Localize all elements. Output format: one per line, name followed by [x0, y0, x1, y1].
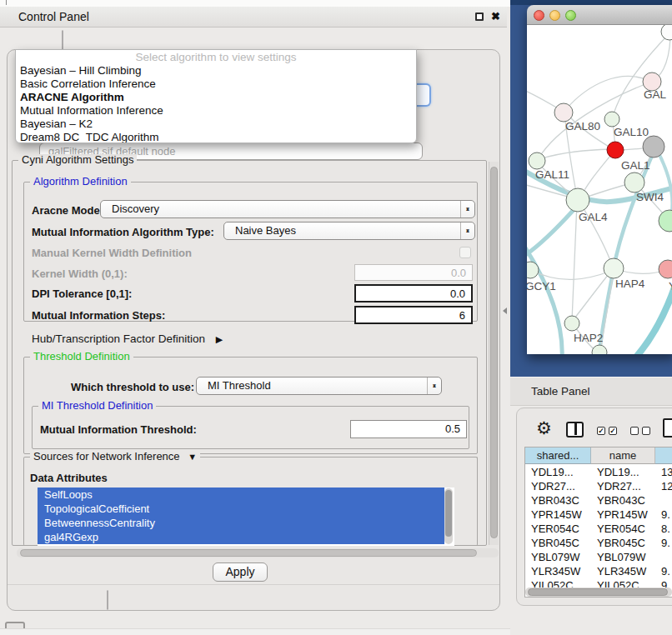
unchecked-box-icon[interactable] [642, 427, 650, 435]
checked-box-icon[interactable]: ✓ [609, 427, 617, 435]
close-icon[interactable]: ✖ [491, 10, 500, 22]
settings-vertical-scrollbar-thumb[interactable] [490, 167, 498, 538]
algorithm-option[interactable]: Mutual Information Inference [16, 104, 416, 118]
network-node[interactable] [659, 210, 672, 232]
attributes-scrollbar-thumb[interactable] [445, 490, 452, 537]
table-cell[interactable] [655, 550, 672, 564]
manual-kernel-checkbox[interactable] [459, 247, 471, 258]
columns-icon[interactable] [566, 422, 584, 438]
attribute-item[interactable]: SelfLoops [38, 488, 444, 502]
float-window-icon[interactable] [475, 12, 484, 21]
network-node[interactable] [592, 345, 607, 354]
network-node[interactable] [661, 25, 672, 40]
hub-section-toggle[interactable]: Hub/Transcription Factor Definition ▶ [32, 332, 223, 345]
network-node-gal10[interactable] [604, 112, 619, 127]
table-cell[interactable]: YBR045C [591, 536, 655, 550]
table-cell[interactable]: YPR145W [591, 508, 655, 522]
table-cell[interactable]: YER054C [591, 522, 655, 536]
network-window-titlebar[interactable] [527, 5, 672, 25]
expand-right-icon: ▶ [216, 334, 223, 344]
mi-type-select[interactable]: Naive Bayes ▲▼ [223, 222, 475, 240]
column-header[interactable]: A [655, 448, 672, 464]
kernel-width-input[interactable]: 0.0 [354, 264, 473, 281]
attribute-item[interactable]: BetweennessCentrality [38, 516, 444, 530]
table-cell[interactable]: YER054C [525, 522, 591, 536]
table-cell[interactable]: 13 [655, 465, 672, 479]
node-label: HAP2 [574, 332, 603, 344]
column-header[interactable]: name [591, 448, 655, 464]
network-canvas[interactable]: GALGAL80GAL10GAL1GAL11SWI4GAL4GCY1HAP4YH… [527, 25, 672, 354]
tick-mark [6, 0, 7, 5]
network-node-gal1[interactable] [607, 142, 624, 158]
table-cell[interactable]: YDR27... [591, 479, 655, 493]
table-cell[interactable]: YLR345W [591, 564, 655, 578]
stepper-icon: ▲▼ [460, 201, 474, 218]
network-node-hap2[interactable] [564, 316, 579, 331]
table-cell[interactable]: YBL079W [591, 550, 655, 564]
table-cell[interactable]: YPR145W [525, 508, 591, 522]
which-threshold-select[interactable]: MI Threshold ▲▼ [196, 377, 442, 395]
close-traffic-light[interactable] [534, 10, 544, 21]
algorithm-option[interactable]: ARACNE Algorithm [16, 91, 416, 104]
table-cell[interactable]: YDR27... [525, 479, 591, 493]
network-node-gal11[interactable] [529, 152, 545, 169]
checked-box-icon[interactable]: ✓ [597, 427, 605, 435]
algorithm-combo-focus-cap[interactable] [417, 83, 431, 107]
tab-jactivemnodules[interactable]: jActiveMNodules [63, 31, 63, 49]
algorithm-dropdown-popup: Select algorithm to view settings Bayesi… [15, 49, 417, 143]
algorithm-option[interactable]: Basic Correlation Inference [16, 78, 416, 91]
network-node-gal4[interactable] [566, 188, 589, 212]
table-cell[interactable]: 9. [655, 564, 672, 578]
table-cell[interactable]: YBL079W [525, 550, 591, 564]
table-cell[interactable]: YDL19... [591, 465, 655, 479]
attribute-item[interactable]: TopologicalCoefficient [38, 502, 444, 516]
unchecked-box-icon[interactable] [630, 427, 639, 435]
tab-impute-data[interactable]: Impute Data [108, 591, 108, 609]
apply-button[interactable]: Apply [213, 562, 268, 582]
attribute-item[interactable]: gal4RGexp [38, 530, 444, 544]
minimize-traffic-light[interactable] [549, 10, 560, 21]
settings-horizontal-scrollbar-thumb[interactable] [20, 549, 477, 557]
document-icon[interactable] [663, 418, 672, 438]
mi-steps-input[interactable]: 6 [354, 306, 473, 324]
dpi-tolerance-label: DPI Tolerance [0,1]: [32, 288, 132, 300]
network-node-hap4[interactable] [604, 258, 624, 278]
table-cell[interactable]: YBR043C [591, 493, 655, 508]
table-cell[interactable]: 9. [655, 508, 672, 522]
network-node-swi4[interactable] [624, 172, 644, 192]
aracne-mode-select[interactable]: Discovery ▲▼ [100, 200, 475, 218]
table-cell[interactable]: 8. [655, 522, 672, 536]
sources-group-toggle[interactable]: Sources for Network Inference ▼ [30, 451, 200, 462]
panel-collapse-handle[interactable] [503, 308, 507, 314]
network-node-y[interactable] [659, 260, 672, 278]
table-cell[interactable] [655, 493, 672, 508]
network-edge [565, 77, 652, 111]
tab-select[interactable]: Select [63, 31, 63, 49]
table-cell[interactable]: 9. [655, 536, 672, 550]
tab-infer-network[interactable]: Infer Network [108, 591, 108, 609]
table-cell[interactable]: YDL19... [525, 465, 591, 479]
tab-network[interactable]: Network [63, 31, 63, 49]
algorithm-option[interactable]: Bayesian – K2 [16, 118, 416, 131]
gear-icon[interactable]: ⚙ [536, 419, 552, 438]
table-cell[interactable]: YLR345W [525, 564, 591, 578]
table-cell[interactable]: YBR043C [525, 493, 591, 508]
tab-discretize-data[interactable]: Discretize Data [108, 591, 108, 609]
table-cell[interactable]: 12 [655, 479, 672, 493]
data-attributes-list[interactable]: SelfLoopsTopologicalCoefficientBetweenne… [38, 488, 454, 546]
mi-threshold-input[interactable]: 0.5 [350, 420, 467, 438]
tab-cyni-toolbox[interactable]: Cyni Toolbox [63, 31, 63, 49]
tab-style[interactable]: Style [63, 31, 63, 49]
algorithm-option[interactable]: Bayesian – Hill Climbing [16, 64, 416, 78]
network-node[interactable] [643, 136, 664, 158]
mi-steps-label: Mutual Information Steps: [32, 309, 165, 322]
network-node-gal80[interactable] [554, 103, 573, 122]
table-cell[interactable]: YBR045C [525, 536, 591, 550]
zoom-traffic-light[interactable] [565, 10, 576, 21]
table-horizontal-scrollbar-thumb[interactable] [528, 588, 668, 596]
column-header[interactable]: shared... [525, 448, 591, 464]
algorithm-option[interactable]: Dream8 DC_TDC Algorithm [16, 131, 416, 143]
dpi-tolerance-input[interactable]: 0.0 [354, 284, 473, 302]
mi-type-value: Naive Bayes [235, 222, 296, 239]
network-edge [572, 202, 577, 321]
